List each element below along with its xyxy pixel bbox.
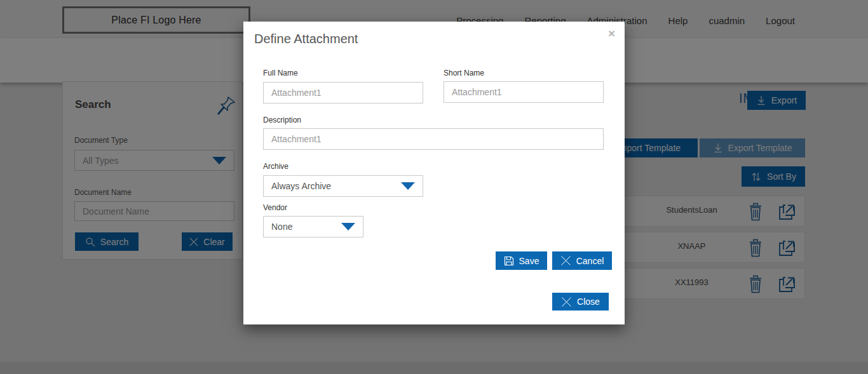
short-name-label: Short Name: [444, 69, 484, 77]
vendor-select[interactable]: None: [263, 216, 363, 237]
description-input[interactable]: [263, 128, 604, 150]
define-attachment-modal: Define Attachment × Full Name Short Name…: [243, 22, 625, 324]
close-button[interactable]: Close: [552, 293, 609, 311]
chevron-down-icon: [401, 182, 415, 190]
cancel-button[interactable]: Cancel: [552, 251, 612, 270]
modal-title: Define Attachment: [254, 32, 358, 46]
short-name-input[interactable]: [444, 81, 604, 103]
full-name-label: Full Name: [263, 69, 298, 77]
application-window: Place FI Logo Here Processing Reporting …: [0, 0, 868, 374]
floppy-disk-icon: [504, 256, 514, 266]
cancel-button-label: Cancel: [576, 256, 604, 266]
x-icon: [560, 255, 571, 266]
close-button-label: Close: [577, 297, 600, 307]
save-button-label: Save: [519, 256, 539, 266]
vendor-label: Vendor: [263, 203, 287, 212]
vendor-value: None: [271, 222, 292, 232]
archive-value: Always Archive: [271, 181, 331, 191]
full-name-input[interactable]: [263, 82, 423, 104]
description-label: Description: [263, 116, 301, 124]
archive-select[interactable]: Always Archive: [263, 175, 423, 197]
x-icon: [561, 297, 572, 307]
save-button[interactable]: Save: [496, 251, 547, 270]
modal-close-x-icon[interactable]: ×: [608, 27, 615, 41]
archive-label: Archive: [263, 162, 288, 171]
chevron-down-icon: [341, 223, 355, 230]
